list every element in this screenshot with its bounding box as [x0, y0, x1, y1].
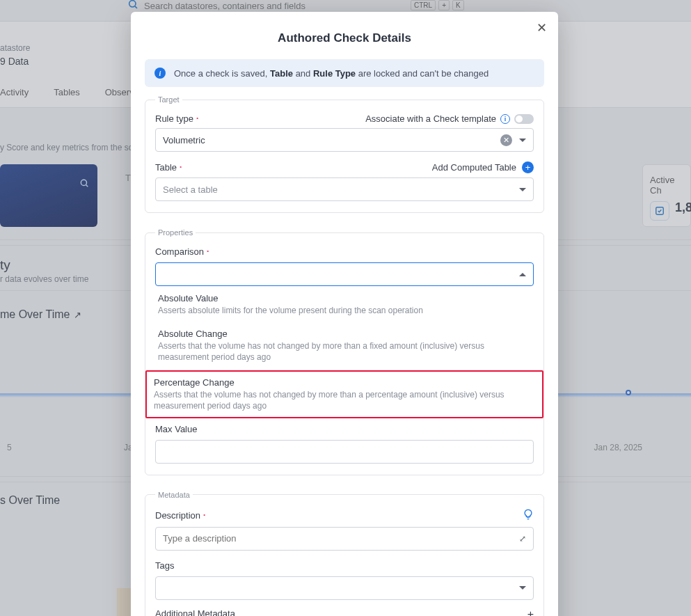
additional-metadata-title: Additional Metadata: [155, 608, 384, 616]
add-metadata-button[interactable]: +: [527, 608, 534, 616]
lightbulb-icon[interactable]: [523, 509, 534, 523]
max-value-label: Max Value: [155, 424, 534, 434]
clear-icon[interactable]: ✕: [500, 134, 512, 146]
target-legend: Target: [155, 95, 182, 104]
table-placeholder: Select a table: [163, 184, 218, 195]
description-input[interactable]: ⤢: [155, 527, 534, 551]
description-label: Description: [155, 510, 204, 521]
comparison-option-absolute-change[interactable]: Absolute Change Asserts that the volume …: [155, 323, 534, 370]
metadata-legend: Metadata: [155, 491, 193, 499]
metadata-section: Metadata Description ⤢ Tags Additional M: [145, 491, 544, 616]
expand-icon[interactable]: ⤢: [519, 534, 526, 544]
max-value-input[interactable]: [155, 440, 534, 464]
comparison-select[interactable]: [155, 262, 534, 286]
authored-check-modal: ✕ Authored Check Details i Once a check …: [131, 12, 558, 616]
rule-type-select[interactable]: Volumetric ✕: [155, 128, 534, 152]
close-button[interactable]: ✕: [537, 20, 547, 35]
add-computed-table-button[interactable]: Add Computed Table +: [432, 161, 534, 173]
chevron-down-icon: [519, 188, 526, 191]
comparison-option-percentage-change[interactable]: Percentage Change Asserts that the volum…: [145, 370, 543, 418]
tags-select[interactable]: [155, 576, 534, 600]
toggle-switch[interactable]: [514, 114, 534, 124]
associate-template-toggle[interactable]: Associate with a Check template i: [365, 113, 534, 124]
chevron-down-icon: [519, 586, 526, 590]
rule-type-label: Rule type: [155, 113, 197, 124]
properties-legend: Properties: [155, 228, 196, 237]
comparison-dropdown: Absolute Value Asserts absolute limits f…: [155, 287, 534, 418]
properties-section: Properties Comparison Absolute Value Ass…: [145, 228, 544, 475]
target-section: Target Rule type Associate with a Check …: [145, 95, 544, 213]
comparison-option-absolute-value[interactable]: Absolute Value Asserts absolute limits f…: [155, 287, 534, 323]
plus-icon: +: [522, 161, 534, 173]
comparison-label: Comparison: [155, 246, 534, 257]
chevron-up-icon: [519, 273, 526, 276]
modal-title: Authored Check Details: [131, 12, 558, 59]
info-icon: i: [154, 68, 166, 79]
table-label: Table: [155, 162, 180, 173]
max-value-field[interactable]: [163, 446, 526, 457]
description-field[interactable]: [163, 533, 519, 544]
info-icon[interactable]: i: [500, 114, 510, 124]
rule-type-value: Volumetric: [163, 135, 205, 145]
table-select[interactable]: Select a table: [155, 177, 534, 201]
info-banner: i Once a check is saved, Table and Rule …: [145, 59, 544, 87]
tags-label: Tags: [155, 560, 534, 571]
chevron-down-icon: [519, 139, 526, 142]
